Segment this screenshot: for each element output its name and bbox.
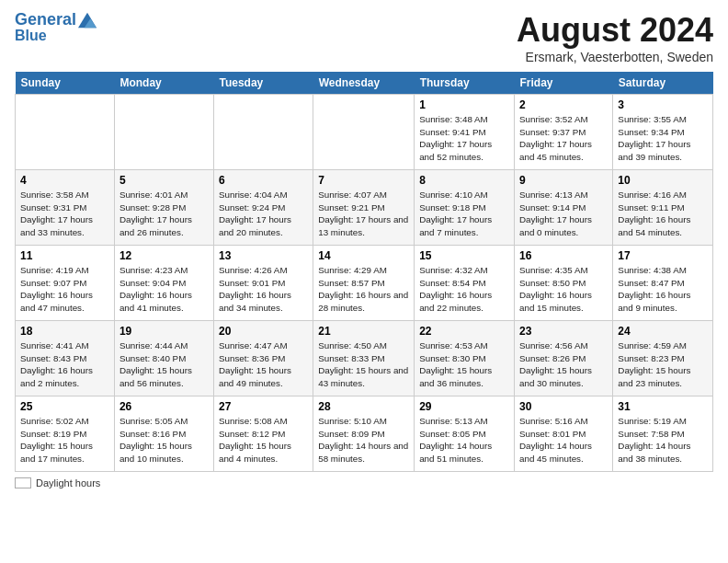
day-number: 26	[119, 400, 209, 413]
day-info: Sunrise: 4:59 AM Sunset: 8:23 PM Dayligh…	[618, 339, 708, 390]
calendar-cell: 3Sunrise: 3:55 AM Sunset: 9:34 PM Daylig…	[613, 95, 713, 170]
calendar-week-row: 11Sunrise: 4:19 AM Sunset: 9:07 PM Dayli…	[16, 246, 713, 321]
weekday-header-cell: Wednesday	[313, 72, 415, 95]
day-info: Sunrise: 4:10 AM Sunset: 9:18 PM Dayligh…	[419, 189, 509, 239]
calendar-cell: 14Sunrise: 4:29 AM Sunset: 8:57 PM Dayli…	[313, 246, 415, 321]
day-info: Sunrise: 4:38 AM Sunset: 8:47 PM Dayligh…	[618, 264, 708, 315]
day-info: Sunrise: 4:35 AM Sunset: 8:50 PM Dayligh…	[519, 264, 608, 315]
calendar-cell	[313, 95, 415, 170]
calendar-cell: 11Sunrise: 4:19 AM Sunset: 9:07 PM Dayli…	[16, 246, 115, 321]
calendar-cell: 8Sunrise: 4:10 AM Sunset: 9:18 PM Daylig…	[415, 170, 515, 246]
day-number: 20	[219, 325, 308, 338]
calendar-body: 1Sunrise: 3:48 AM Sunset: 9:41 PM Daylig…	[16, 95, 713, 472]
calendar-cell: 12Sunrise: 4:23 AM Sunset: 9:04 PM Dayli…	[114, 246, 213, 321]
calendar-table: SundayMondayTuesdayWednesdayThursdayFrid…	[15, 72, 713, 472]
footer: Daylight hours	[15, 477, 713, 488]
day-info: Sunrise: 3:48 AM Sunset: 9:41 PM Dayligh…	[419, 113, 509, 164]
day-number: 22	[419, 325, 509, 338]
calendar-week-row: 25Sunrise: 5:02 AM Sunset: 8:19 PM Dayli…	[16, 396, 713, 472]
calendar-cell: 5Sunrise: 4:01 AM Sunset: 9:28 PM Daylig…	[114, 170, 213, 246]
day-info: Sunrise: 5:08 AM Sunset: 8:12 PM Dayligh…	[219, 415, 308, 465]
day-info: Sunrise: 4:26 AM Sunset: 9:01 PM Dayligh…	[219, 264, 308, 315]
day-info: Sunrise: 4:19 AM Sunset: 9:07 PM Dayligh…	[20, 264, 109, 315]
daylight-box	[15, 477, 31, 488]
day-info: Sunrise: 5:16 AM Sunset: 8:01 PM Dayligh…	[519, 415, 608, 465]
weekday-header-cell: Monday	[114, 72, 213, 95]
day-number: 5	[119, 174, 209, 187]
calendar-cell: 27Sunrise: 5:08 AM Sunset: 8:12 PM Dayli…	[213, 396, 313, 472]
day-info: Sunrise: 4:13 AM Sunset: 9:14 PM Dayligh…	[519, 189, 608, 239]
calendar-cell: 6Sunrise: 4:04 AM Sunset: 9:24 PM Daylig…	[213, 170, 313, 246]
day-number: 14	[318, 249, 409, 262]
day-number: 7	[318, 174, 409, 187]
weekday-header-cell: Tuesday	[213, 72, 313, 95]
day-info: Sunrise: 4:53 AM Sunset: 8:30 PM Dayligh…	[419, 339, 509, 390]
day-info: Sunrise: 4:29 AM Sunset: 8:57 PM Dayligh…	[318, 264, 409, 315]
day-info: Sunrise: 4:01 AM Sunset: 9:28 PM Dayligh…	[119, 189, 209, 239]
day-info: Sunrise: 4:23 AM Sunset: 9:04 PM Dayligh…	[119, 264, 209, 315]
day-info: Sunrise: 5:13 AM Sunset: 8:05 PM Dayligh…	[419, 415, 509, 465]
weekday-header-cell: Saturday	[613, 72, 713, 95]
calendar-cell: 1Sunrise: 3:48 AM Sunset: 9:41 PM Daylig…	[415, 95, 515, 170]
day-number: 24	[618, 325, 708, 338]
calendar-cell: 31Sunrise: 5:19 AM Sunset: 7:58 PM Dayli…	[613, 396, 713, 472]
day-number: 17	[618, 249, 708, 262]
calendar-cell: 24Sunrise: 4:59 AM Sunset: 8:23 PM Dayli…	[613, 321, 713, 396]
calendar-cell: 23Sunrise: 4:56 AM Sunset: 8:26 PM Dayli…	[515, 321, 613, 396]
calendar-cell: 29Sunrise: 5:13 AM Sunset: 8:05 PM Dayli…	[415, 396, 515, 472]
calendar-week-row: 4Sunrise: 3:58 AM Sunset: 9:31 PM Daylig…	[16, 170, 713, 246]
calendar-cell	[114, 95, 213, 170]
day-number: 10	[618, 174, 708, 187]
day-info: Sunrise: 5:19 AM Sunset: 7:58 PM Dayligh…	[618, 415, 708, 465]
calendar-week-row: 18Sunrise: 4:41 AM Sunset: 8:43 PM Dayli…	[16, 321, 713, 396]
day-number: 16	[519, 249, 608, 262]
day-number: 9	[519, 174, 608, 187]
calendar-cell: 17Sunrise: 4:38 AM Sunset: 8:47 PM Dayli…	[613, 246, 713, 321]
day-number: 27	[219, 400, 308, 413]
calendar-week-row: 1Sunrise: 3:48 AM Sunset: 9:41 PM Daylig…	[16, 95, 713, 170]
calendar-cell: 2Sunrise: 3:52 AM Sunset: 9:37 PM Daylig…	[515, 95, 613, 170]
day-number: 28	[318, 400, 409, 413]
day-number: 21	[318, 325, 409, 338]
calendar-cell: 15Sunrise: 4:32 AM Sunset: 8:54 PM Dayli…	[415, 246, 515, 321]
day-number: 1	[419, 98, 509, 111]
day-info: Sunrise: 5:02 AM Sunset: 8:19 PM Dayligh…	[20, 415, 109, 465]
day-number: 31	[618, 400, 708, 413]
day-number: 19	[119, 325, 209, 338]
calendar-cell: 26Sunrise: 5:05 AM Sunset: 8:16 PM Dayli…	[114, 396, 213, 472]
day-info: Sunrise: 4:07 AM Sunset: 9:21 PM Dayligh…	[318, 189, 409, 239]
day-number: 30	[519, 400, 608, 413]
calendar-cell: 21Sunrise: 4:50 AM Sunset: 8:33 PM Dayli…	[313, 321, 415, 396]
calendar-cell	[213, 95, 313, 170]
daylight-label: Daylight hours	[36, 477, 100, 488]
day-number: 11	[20, 249, 109, 262]
day-number: 18	[20, 325, 109, 338]
calendar-cell: 13Sunrise: 4:26 AM Sunset: 9:01 PM Dayli…	[213, 246, 313, 321]
calendar-cell: 22Sunrise: 4:53 AM Sunset: 8:30 PM Dayli…	[415, 321, 515, 396]
weekday-header-row: SundayMondayTuesdayWednesdayThursdayFrid…	[16, 72, 713, 95]
day-number: 2	[519, 98, 608, 111]
calendar-cell: 4Sunrise: 3:58 AM Sunset: 9:31 PM Daylig…	[16, 170, 115, 246]
day-number: 25	[20, 400, 109, 413]
calendar-cell: 9Sunrise: 4:13 AM Sunset: 9:14 PM Daylig…	[515, 170, 613, 246]
day-info: Sunrise: 5:05 AM Sunset: 8:16 PM Dayligh…	[119, 415, 209, 465]
calendar-cell: 7Sunrise: 4:07 AM Sunset: 9:21 PM Daylig…	[313, 170, 415, 246]
title-block: August 2024 Ersmark, Vaesterbotten, Swed…	[517, 11, 713, 64]
calendar-cell: 20Sunrise: 4:47 AM Sunset: 8:36 PM Dayli…	[213, 321, 313, 396]
day-info: Sunrise: 4:50 AM Sunset: 8:33 PM Dayligh…	[318, 339, 409, 390]
calendar-cell	[16, 95, 115, 170]
subtitle: Ersmark, Vaesterbotten, Sweden	[517, 50, 713, 64]
calendar-cell: 19Sunrise: 4:44 AM Sunset: 8:40 PM Dayli…	[114, 321, 213, 396]
weekday-header-cell: Thursday	[415, 72, 515, 95]
page-header: General Blue August 2024 Ersmark, Vaeste…	[15, 11, 713, 64]
day-info: Sunrise: 4:41 AM Sunset: 8:43 PM Dayligh…	[20, 339, 109, 390]
day-info: Sunrise: 4:44 AM Sunset: 8:40 PM Dayligh…	[119, 339, 209, 390]
logo: General Blue	[15, 11, 97, 44]
day-info: Sunrise: 3:58 AM Sunset: 9:31 PM Dayligh…	[20, 189, 109, 239]
day-info: Sunrise: 4:47 AM Sunset: 8:36 PM Dayligh…	[219, 339, 308, 390]
day-number: 13	[219, 249, 308, 262]
day-number: 6	[219, 174, 308, 187]
calendar-cell: 16Sunrise: 4:35 AM Sunset: 8:50 PM Dayli…	[515, 246, 613, 321]
weekday-header-cell: Sunday	[16, 72, 115, 95]
day-info: Sunrise: 4:16 AM Sunset: 9:11 PM Dayligh…	[618, 189, 708, 239]
